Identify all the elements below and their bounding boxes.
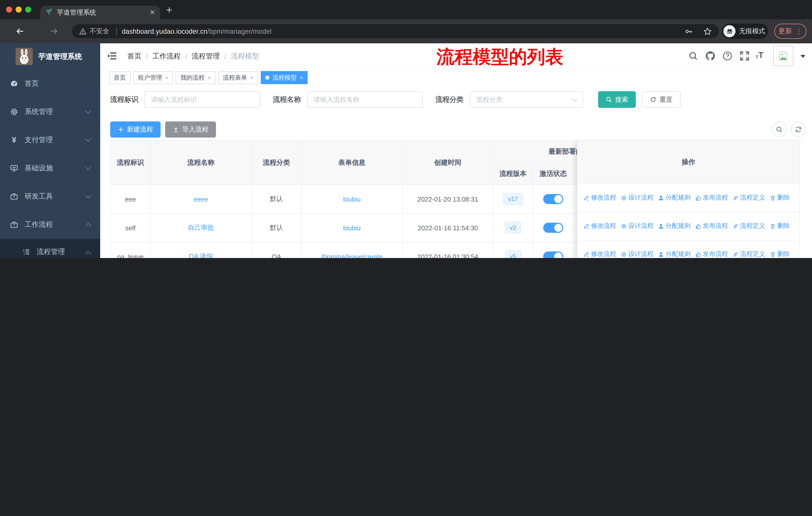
- category-select-input[interactable]: [470, 91, 583, 108]
- avatar[interactable]: [773, 46, 793, 66]
- chevron-down-icon: [85, 165, 91, 170]
- import-process-button[interactable]: 导入流程: [165, 121, 216, 138]
- tag-home[interactable]: 首页: [109, 71, 130, 84]
- publish-process-link[interactable]: 发布流程: [695, 250, 728, 258]
- sidebar-item-devtools[interactable]: 研发工具: [0, 183, 100, 211]
- form-info-link[interactable]: biubiu: [343, 224, 360, 232]
- form-info-link[interactable]: biubiu: [343, 195, 360, 203]
- reset-button[interactable]: 重置: [642, 91, 680, 108]
- create-process-button[interactable]: 新建流程: [110, 121, 161, 138]
- process-definition-link[interactable]: 流程定义: [732, 222, 765, 230]
- assign-rule-link[interactable]: 分配规则: [658, 193, 691, 202]
- process-name-link[interactable]: eeee: [194, 195, 208, 203]
- delete-link[interactable]: 删除: [770, 250, 790, 258]
- assign-rule-link[interactable]: 分配规则: [658, 222, 691, 230]
- window-close-button[interactable]: [6, 6, 12, 12]
- browser-tab[interactable]: 芋道管理系统 ✕: [40, 5, 160, 19]
- sidebar-item-label: 基础设施: [25, 164, 53, 173]
- help-icon[interactable]: [722, 51, 732, 61]
- sidebar: 芋道管理系统 首页 系统管理 ¥ 支付管理: [0, 43, 100, 258]
- filter-form: 流程标识 流程名称 流程分类 搜索 重置: [110, 91, 800, 108]
- tab-close-icon[interactable]: ✕: [149, 8, 155, 16]
- form-info-link[interactable]: /bpm/oa/leave/create: [321, 253, 383, 258]
- sidebar-item-payment[interactable]: ¥ 支付管理: [0, 126, 100, 154]
- status-toggle[interactable]: [543, 251, 563, 258]
- key-icon[interactable]: [685, 27, 693, 35]
- publish-process-link[interactable]: 发布流程: [695, 222, 728, 230]
- font-size-icon[interactable]: тT: [756, 51, 764, 59]
- status-toggle[interactable]: [543, 194, 563, 204]
- window-minimize-button[interactable]: [16, 6, 22, 12]
- breadcrumb: 首页 / 工作流程 / 流程管理 / 流程模型: [127, 43, 259, 69]
- close-icon[interactable]: ×: [165, 75, 168, 81]
- caret-down-icon[interactable]: [801, 55, 806, 58]
- search-icon[interactable]: [688, 51, 698, 61]
- close-icon[interactable]: ×: [300, 75, 303, 81]
- status-toggle[interactable]: [543, 223, 563, 233]
- sidebar-item-home[interactable]: 首页: [0, 70, 100, 98]
- show-search-button[interactable]: [772, 122, 787, 137]
- cell-status: [533, 185, 574, 213]
- sidebar-collapse-icon[interactable]: [107, 51, 117, 61]
- design-process-link[interactable]: 设计流程: [621, 250, 654, 258]
- tag-process-model[interactable]: 流程模型×: [261, 71, 308, 84]
- version-badge: v2: [505, 222, 521, 234]
- process-definition-link[interactable]: 流程定义: [732, 193, 765, 202]
- sidebar-item-system[interactable]: 系统管理: [0, 98, 100, 126]
- user-icon: [658, 251, 664, 257]
- sidebar-logo[interactable]: 芋道管理系统: [0, 43, 100, 70]
- breadcrumb-item[interactable]: 首页: [127, 52, 141, 61]
- kebab-menu-icon[interactable]: ⋮: [795, 27, 803, 35]
- delete-link[interactable]: 删除: [770, 222, 790, 230]
- cell-process-name: OA 请假: [150, 242, 252, 258]
- security-label: 不安全: [90, 27, 109, 36]
- incognito-badge: 无痕模式: [722, 24, 768, 39]
- process-name-link[interactable]: OA 请假: [189, 252, 213, 258]
- process-name-link[interactable]: 自己审批: [188, 224, 214, 231]
- category-select[interactable]: [470, 91, 583, 108]
- tag-process-form[interactable]: 流程表单×: [219, 71, 258, 84]
- process-definition-link[interactable]: 流程定义: [732, 250, 765, 258]
- star-icon[interactable]: [703, 27, 712, 35]
- url-host: dashboard.yudao.iocoder.cn: [122, 27, 207, 35]
- col-header-actions: 操作: [577, 141, 800, 184]
- design-process-link[interactable]: 设计流程: [621, 193, 654, 202]
- paperclip-icon: [732, 195, 738, 201]
- breadcrumb-separator: /: [185, 52, 187, 60]
- breadcrumb-item[interactable]: 工作流程: [152, 52, 181, 61]
- tag-my-process[interactable]: 我的流程×: [176, 71, 215, 84]
- tree-list-icon: [22, 248, 30, 256]
- modify-process-link[interactable]: 修改流程: [583, 222, 616, 230]
- process-key-input[interactable]: [144, 91, 260, 108]
- browser-update-button[interactable]: 更新 ⋮: [774, 24, 807, 39]
- modify-process-link[interactable]: 修改流程: [583, 193, 616, 202]
- forward-icon[interactable]: [49, 26, 59, 36]
- close-icon[interactable]: ×: [250, 75, 254, 81]
- fullscreen-icon[interactable]: [740, 51, 750, 61]
- tab-title: 芋道管理系统: [57, 8, 96, 17]
- sidebar-item-workflow[interactable]: 工作流程: [0, 211, 100, 239]
- address-bar[interactable]: 不安全 dashboard.yudao.iocoder.cn/bpm/manag…: [72, 24, 719, 38]
- assign-rule-link[interactable]: 分配规则: [658, 250, 691, 258]
- delete-link[interactable]: 删除: [770, 193, 790, 202]
- workflow-submenu: 流程管理 流程表单 用户分组: [0, 239, 100, 258]
- version-badge: v17: [503, 193, 523, 205]
- publish-process-link[interactable]: 发布流程: [695, 193, 728, 202]
- window-zoom-button[interactable]: [25, 6, 31, 12]
- modify-process-link[interactable]: 修改流程: [583, 250, 616, 258]
- close-icon[interactable]: ×: [208, 75, 211, 81]
- back-icon[interactable]: [15, 26, 25, 36]
- tag-tenant[interactable]: 租户管理×: [134, 71, 173, 84]
- design-process-link[interactable]: 设计流程: [621, 222, 654, 230]
- process-name-input[interactable]: [307, 91, 423, 108]
- new-tab-button[interactable]: +: [166, 4, 172, 16]
- search-button[interactable]: 搜索: [598, 91, 636, 108]
- refresh-button[interactable]: [791, 122, 806, 137]
- github-icon[interactable]: [705, 51, 715, 61]
- row-actions: 修改流程 设计流程 分配规则 发布流程 流程定义 删除: [577, 240, 800, 258]
- breadcrumb-item[interactable]: 流程管理: [192, 52, 220, 61]
- sidebar-item-infra[interactable]: 基础设施: [0, 154, 100, 183]
- warning-icon[interactable]: [79, 27, 87, 35]
- sidebar-item-process-manage[interactable]: 流程管理: [0, 239, 100, 258]
- cell-process-name: 自己审批: [150, 213, 252, 242]
